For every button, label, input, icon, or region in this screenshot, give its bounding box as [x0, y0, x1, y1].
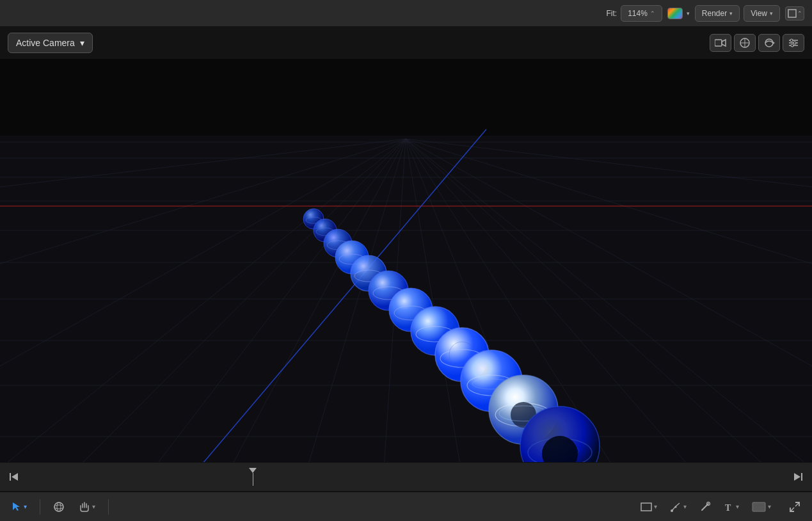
svg-rect-89: [10, 473, 11, 481]
camera-bar: Active Camera ▾: [0, 27, 812, 59]
timeline-strip: [0, 462, 812, 492]
shape-chevron-icon: ▾: [768, 503, 771, 510]
camera-navigate-button[interactable]: [734, 34, 756, 52]
expand-button[interactable]: [785, 499, 804, 515]
hand-pan-icon: [79, 501, 90, 513]
shape-tool-icon: [752, 502, 766, 512]
orbit-tool-icon: [53, 501, 65, 513]
skip-end-icon: [793, 472, 803, 482]
render-button[interactable]: Render ▾: [695, 5, 740, 22]
fit-chevron-icon: ⌃: [650, 10, 655, 17]
rect-chevron-icon: ▾: [654, 503, 657, 510]
pan-chevron-icon: ▾: [92, 503, 95, 510]
svg-text:T: T: [725, 503, 731, 512]
skip-start-icon: [9, 472, 19, 482]
svg-marker-2: [722, 40, 726, 46]
svg-point-6: [765, 39, 773, 47]
settings-icon: [788, 37, 799, 49]
expand-icon: [789, 501, 800, 513]
text-tool-button[interactable]: T ▾: [720, 499, 743, 515]
viewport-container: Active Camera ▾: [0, 27, 812, 462]
camera-video-button[interactable]: [710, 34, 731, 52]
fit-group: Fit: 114% ⌃: [606, 5, 662, 22]
view-chevron-icon: ▾: [770, 10, 773, 17]
svg-rect-1: [715, 40, 722, 46]
rect-tool-button[interactable]: ▾: [637, 500, 661, 514]
color-group: ▾: [667, 8, 690, 19]
svg-point-12: [793, 42, 796, 44]
camera-orbit-button[interactable]: [758, 34, 780, 52]
svg-point-94: [54, 502, 63, 511]
fit-label: Fit:: [606, 9, 617, 18]
color-swatch[interactable]: [667, 8, 683, 19]
rect-tool-icon: [641, 502, 652, 511]
svg-rect-103: [752, 502, 765, 511]
svg-rect-91: [801, 473, 802, 481]
3d-grid-svg: [0, 59, 812, 462]
window-resize-button[interactable]: ⌃: [785, 6, 804, 20]
arrow-select-icon: [12, 502, 22, 512]
tool-separator-1: [40, 499, 40, 515]
svg-point-95: [54, 505, 63, 509]
viewport-canvas[interactable]: [0, 59, 812, 462]
svg-point-13: [791, 44, 793, 47]
svg-point-98: [671, 509, 673, 512]
svg-marker-93: [13, 502, 20, 511]
view-button[interactable]: View ▾: [744, 5, 780, 22]
orbit-icon: [763, 37, 775, 49]
color-chevron-icon: ▾: [687, 10, 690, 17]
svg-marker-90: [12, 473, 18, 481]
render-group: Render ▾ View ▾: [695, 5, 780, 22]
camera-icon-group: [710, 34, 804, 52]
svg-point-11: [790, 39, 793, 42]
orbit-tool-button[interactable]: [49, 499, 68, 515]
view-label: View: [751, 9, 767, 18]
pen-tool-icon: [670, 501, 681, 513]
pan-tool-button[interactable]: ▾: [75, 499, 99, 515]
svg-rect-14: [0, 59, 812, 136]
text-chevron-icon: ▾: [736, 503, 739, 510]
camera-dropdown[interactable]: Active Camera ▾: [8, 33, 93, 53]
svg-point-99: [675, 506, 677, 508]
brush-tool-icon: [699, 501, 711, 513]
svg-line-104: [795, 502, 799, 506]
tool-separator-2: [108, 499, 109, 515]
camera-settings-button[interactable]: [783, 34, 804, 52]
svg-point-96: [57, 502, 61, 511]
timeline-start-button[interactable]: [5, 468, 23, 486]
render-label: Render: [702, 9, 727, 18]
svg-marker-7: [773, 42, 775, 44]
fit-button[interactable]: 114% ⌃: [621, 5, 662, 22]
camera-label: Active Camera: [16, 38, 75, 48]
window-icon: [788, 9, 797, 18]
playhead-head: [249, 468, 257, 473]
fit-value: 114%: [628, 9, 648, 18]
camera-chevron-icon: ▾: [80, 38, 84, 48]
select-tool-button[interactable]: ▾: [8, 499, 31, 515]
video-camera-icon: [715, 38, 726, 47]
timeline-track[interactable]: [23, 463, 789, 491]
window-chevron-icon: ⌃: [797, 10, 802, 17]
bottom-right-tools: ▾ ▾ T ▾: [637, 499, 804, 515]
render-chevron-icon: ▾: [729, 10, 733, 17]
text-tool-icon: T: [724, 502, 734, 512]
svg-rect-0: [788, 10, 796, 17]
bottom-toolbar: ▾ ▾ ▾ ▾: [0, 492, 812, 521]
svg-rect-97: [641, 503, 651, 511]
navigate-icon: [739, 37, 751, 49]
brush-tool-button[interactable]: [696, 499, 715, 515]
top-toolbar: Fit: 114% ⌃ ▾ Render ▾ View ▾ ⌃: [0, 0, 812, 27]
timeline-end-button[interactable]: [789, 468, 807, 486]
svg-marker-92: [794, 473, 800, 481]
shape-tool-button[interactable]: ▾: [748, 499, 775, 515]
pen-tool-button[interactable]: ▾: [666, 499, 690, 515]
select-chevron-icon: ▾: [24, 503, 27, 510]
pen-chevron-icon: ▾: [683, 503, 687, 510]
playhead-line: [253, 473, 253, 486]
svg-line-105: [790, 508, 794, 511]
timeline-playhead[interactable]: [249, 468, 257, 486]
